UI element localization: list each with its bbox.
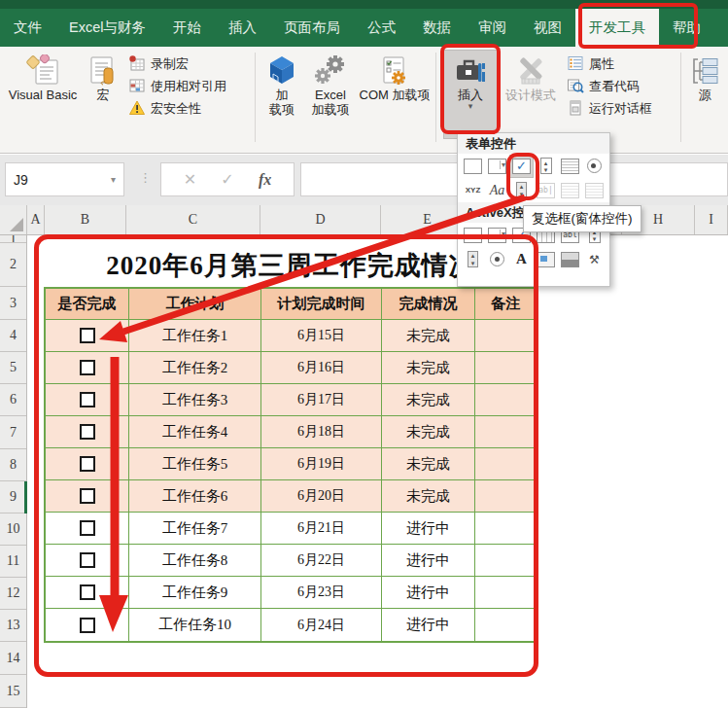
- activex-label-icon[interactable]: A: [516, 251, 527, 267]
- activex-image-icon[interactable]: [534, 248, 558, 271]
- table-header-cell[interactable]: 是否完成: [46, 289, 129, 320]
- note-cell[interactable]: [475, 384, 537, 416]
- tab-Excel与财务[interactable]: Excel与财务: [55, 9, 159, 47]
- status-cell[interactable]: 未完成: [382, 352, 475, 384]
- tab-数据[interactable]: 数据: [409, 9, 465, 47]
- form-group-box-icon[interactable]: Aa: [485, 179, 509, 202]
- note-cell[interactable]: [475, 320, 537, 352]
- add-ins-button[interactable]: 加 载项: [260, 51, 303, 117]
- properties-button[interactable]: 属性: [567, 54, 652, 74]
- tab-公式[interactable]: 公式: [354, 9, 409, 47]
- task-checkbox[interactable]: [80, 424, 95, 440]
- macro-security-button[interactable]: 宏安全性: [128, 99, 226, 119]
- task-checkbox[interactable]: [80, 488, 95, 504]
- row-header-14[interactable]: 14: [0, 642, 26, 675]
- task-checkbox[interactable]: [80, 584, 95, 600]
- activex-command-button-icon[interactable]: [464, 228, 482, 243]
- activex-scroll-bar-icon[interactable]: ▴▾: [461, 248, 485, 271]
- tab-页面布局[interactable]: 页面布局: [270, 9, 354, 47]
- tab-视图[interactable]: 视图: [520, 9, 575, 47]
- status-cell[interactable]: 未完成: [382, 416, 475, 448]
- form-combo-list-icon[interactable]: [558, 179, 582, 202]
- tab-帮助[interactable]: 帮助: [659, 9, 714, 47]
- form-text-field-icon[interactable]: ab|: [537, 183, 555, 198]
- checkbox-cell[interactable]: [46, 577, 129, 609]
- activex-combo-box-icon[interactable]: [485, 224, 509, 247]
- table-header-cell[interactable]: 备注: [475, 289, 537, 320]
- run-dialog-button[interactable]: 运行对话框: [567, 99, 652, 119]
- date-cell[interactable]: 6月21日: [261, 513, 382, 545]
- task-checkbox[interactable]: [80, 392, 95, 407]
- insert-controls-button[interactable]: 插入 ▾: [443, 50, 498, 139]
- status-cell[interactable]: 进行中: [382, 513, 475, 545]
- activex-command-button-icon[interactable]: [461, 224, 485, 247]
- form-scroll-bar-icon[interactable]: ▴▾: [509, 179, 534, 202]
- activex-option-button-icon[interactable]: [490, 252, 504, 266]
- status-cell[interactable]: 未完成: [382, 480, 475, 513]
- status-cell[interactable]: 未完成: [382, 384, 475, 416]
- form-combo-list-icon[interactable]: [561, 183, 579, 198]
- form-button-icon[interactable]: [461, 155, 485, 178]
- activex-label-icon[interactable]: A: [509, 248, 534, 271]
- activex-more-controls-icon[interactable]: ⚒: [582, 248, 607, 271]
- name-box[interactable]: J9 ▾: [5, 162, 124, 196]
- form-group-box-icon[interactable]: Aa: [490, 183, 505, 198]
- task-cell[interactable]: 工作任务4: [129, 416, 261, 448]
- activex-image-icon[interactable]: [537, 252, 555, 267]
- form-checkbox-icon[interactable]: ✓: [512, 159, 531, 174]
- checkbox-cell[interactable]: [46, 609, 129, 641]
- macros-button[interactable]: 宏: [84, 51, 122, 102]
- date-cell[interactable]: 6月20日: [261, 480, 382, 513]
- form-spin-button-icon[interactable]: ▴▾: [534, 155, 558, 178]
- checkbox-cell[interactable]: [46, 352, 129, 384]
- row-header-1[interactable]: 1: [0, 235, 26, 243]
- status-cell[interactable]: 进行中: [382, 609, 475, 641]
- row-header-11[interactable]: 11: [0, 546, 26, 578]
- form-button-icon[interactable]: [464, 159, 482, 174]
- note-cell[interactable]: [475, 448, 537, 480]
- form-checkbox-icon[interactable]: ✓: [509, 155, 534, 178]
- date-cell[interactable]: 6月16日: [261, 352, 382, 384]
- tab-文件[interactable]: 文件: [0, 9, 55, 47]
- task-checkbox[interactable]: [80, 552, 95, 568]
- row-header-5[interactable]: 5: [0, 352, 26, 384]
- status-cell[interactable]: 进行中: [382, 545, 475, 577]
- view-code-button[interactable]: 查看代码: [567, 77, 652, 96]
- date-cell[interactable]: 6月24日: [261, 609, 382, 641]
- note-cell[interactable]: [475, 352, 537, 384]
- form-list-box-icon[interactable]: [558, 155, 582, 178]
- note-cell[interactable]: [475, 513, 537, 545]
- status-cell[interactable]: 进行中: [382, 577, 475, 609]
- tab-开发工具[interactable]: 开发工具: [575, 9, 659, 47]
- checkbox-cell[interactable]: [46, 416, 129, 448]
- checkbox-cell[interactable]: [46, 545, 129, 577]
- task-checkbox[interactable]: [80, 360, 95, 375]
- column-header-B[interactable]: B: [45, 205, 126, 234]
- row-header-3[interactable]: 3: [0, 287, 26, 320]
- cancel-icon[interactable]: ✕: [184, 170, 196, 189]
- task-cell[interactable]: 工作任务1: [129, 320, 261, 352]
- row-header-7[interactable]: 7: [0, 416, 26, 449]
- task-checkbox[interactable]: [80, 520, 95, 536]
- activex-more-controls-icon[interactable]: ⚒: [589, 253, 600, 266]
- task-cell[interactable]: 工作任务5: [129, 448, 261, 480]
- note-cell[interactable]: [475, 480, 537, 513]
- activex-scroll-bar-icon[interactable]: ▴▾: [468, 251, 478, 267]
- form-option-button-icon[interactable]: [582, 155, 607, 178]
- column-header-I[interactable]: I: [695, 205, 728, 234]
- date-cell[interactable]: 6月18日: [261, 416, 382, 448]
- tab-插入[interactable]: 插入: [215, 9, 270, 47]
- select-all-corner[interactable]: [0, 205, 27, 234]
- form-spin-button-icon[interactable]: ▴▾: [540, 158, 552, 174]
- date-cell[interactable]: 6月15日: [261, 320, 382, 352]
- name-box-caret-icon[interactable]: ▾: [111, 174, 116, 185]
- row-header-2[interactable]: 2: [0, 243, 26, 287]
- task-checkbox[interactable]: [80, 456, 95, 472]
- form-label-icon[interactable]: XYZ: [461, 179, 485, 202]
- row-header-4[interactable]: 4: [0, 320, 26, 352]
- checkbox-cell[interactable]: [46, 320, 129, 352]
- form-scroll-bar-icon[interactable]: ▴▾: [516, 182, 527, 198]
- task-cell[interactable]: 工作任务10: [129, 609, 261, 641]
- row-header-13[interactable]: 13: [0, 610, 26, 642]
- form-combo-box-icon[interactable]: [488, 159, 506, 174]
